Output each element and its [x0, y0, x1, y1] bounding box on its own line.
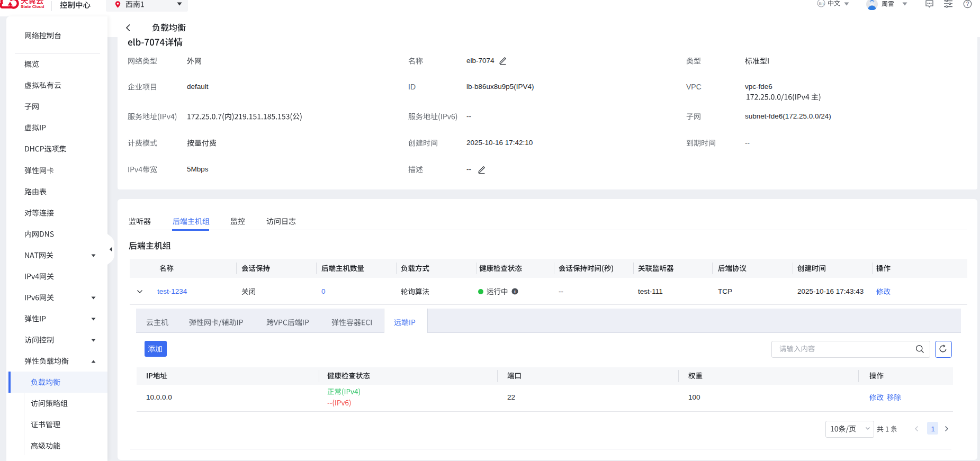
svg-text:En: En: [819, 1, 823, 6]
svg-text:?: ?: [966, 1, 969, 7]
